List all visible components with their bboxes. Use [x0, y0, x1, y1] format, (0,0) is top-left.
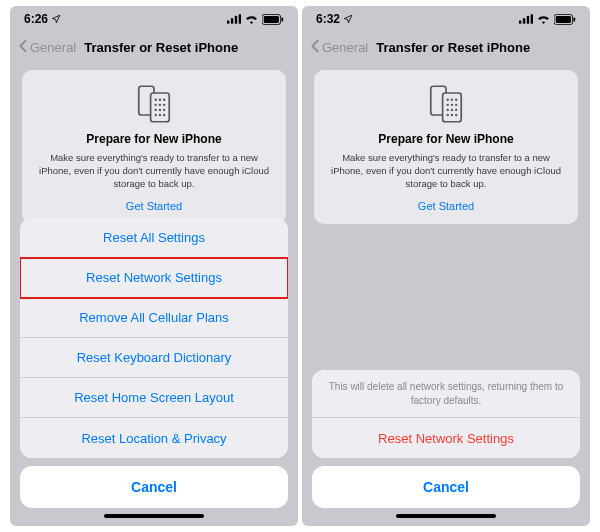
action-sheet: Reset All Settings Reset Network Setting…	[10, 218, 298, 526]
prepare-card: Prepare for New iPhone Make sure everyth…	[22, 70, 286, 224]
card-description: Make sure everything's ready to transfer…	[328, 152, 564, 190]
svg-point-30	[447, 99, 449, 101]
svg-rect-1	[231, 18, 233, 23]
card-description: Make sure everything's ready to transfer…	[36, 152, 272, 190]
svg-point-10	[159, 99, 161, 101]
svg-rect-3	[239, 14, 241, 23]
svg-point-38	[455, 109, 457, 111]
location-arrow-icon	[51, 14, 61, 24]
phone-left: 6:26 Gen	[10, 6, 298, 526]
svg-point-35	[455, 104, 457, 106]
svg-rect-27	[573, 17, 575, 21]
svg-point-16	[159, 109, 161, 111]
nav-back-label: General	[322, 40, 368, 55]
svg-rect-26	[556, 16, 571, 23]
svg-point-9	[155, 99, 157, 101]
confirm-sheet: This will delete all network settings, r…	[302, 370, 590, 526]
svg-point-19	[159, 114, 161, 116]
svg-point-11	[163, 99, 165, 101]
battery-icon	[554, 14, 576, 25]
iphone-pair-icon	[36, 84, 272, 124]
status-bar: 6:32	[302, 6, 590, 32]
nav-back-label: General	[30, 40, 76, 55]
svg-rect-8	[151, 93, 170, 122]
nav-bar: General Transfer or Reset iPhone	[302, 32, 590, 62]
svg-point-32	[455, 99, 457, 101]
card-title: Prepare for New iPhone	[328, 132, 564, 146]
svg-point-15	[155, 109, 157, 111]
nav-bar: General Transfer or Reset iPhone	[10, 32, 298, 62]
svg-rect-23	[527, 16, 529, 24]
svg-point-31	[451, 99, 453, 101]
nav-title: Transfer or Reset iPhone	[376, 40, 530, 55]
confirm-reset-network-button[interactable]: Reset Network Settings	[312, 418, 580, 458]
svg-point-34	[451, 104, 453, 106]
status-time: 6:32	[316, 12, 340, 26]
battery-icon	[262, 14, 284, 25]
svg-rect-24	[531, 14, 533, 23]
reset-location-privacy-button[interactable]: Reset Location & Privacy	[20, 418, 288, 458]
remove-all-cellular-plans-button[interactable]: Remove All Cellular Plans	[20, 298, 288, 338]
svg-point-39	[447, 114, 449, 116]
svg-rect-22	[523, 18, 525, 23]
card-title: Prepare for New iPhone	[36, 132, 272, 146]
chevron-left-icon	[18, 39, 28, 56]
svg-point-20	[163, 114, 165, 116]
phone-right: 6:32 Gen	[302, 6, 590, 526]
svg-point-14	[163, 104, 165, 106]
svg-rect-21	[519, 21, 521, 24]
cancel-button[interactable]: Cancel	[20, 466, 288, 508]
reset-home-screen-layout-button[interactable]: Reset Home Screen Layout	[20, 378, 288, 418]
iphone-pair-icon	[328, 84, 564, 124]
chevron-left-icon	[310, 39, 320, 56]
wifi-icon	[537, 14, 550, 24]
cellular-signal-icon	[227, 14, 241, 24]
home-indicator[interactable]	[104, 514, 204, 518]
confirm-group: This will delete all network settings, r…	[312, 370, 580, 458]
confirm-message: This will delete all network settings, r…	[312, 370, 580, 418]
status-bar: 6:26	[10, 6, 298, 32]
status-time: 6:26	[24, 12, 48, 26]
nav-title: Transfer or Reset iPhone	[84, 40, 238, 55]
svg-point-18	[155, 114, 157, 116]
svg-point-37	[451, 109, 453, 111]
svg-point-17	[163, 109, 165, 111]
svg-rect-0	[227, 21, 229, 24]
svg-point-13	[159, 104, 161, 106]
get-started-button[interactable]: Get Started	[36, 200, 272, 212]
reset-network-settings-button[interactable]: Reset Network Settings	[20, 258, 288, 298]
wifi-icon	[245, 14, 258, 24]
reset-options-group: Reset All Settings Reset Network Setting…	[20, 218, 288, 458]
svg-point-33	[447, 104, 449, 106]
prepare-card: Prepare for New iPhone Make sure everyth…	[314, 70, 578, 224]
svg-rect-29	[443, 93, 462, 122]
reset-all-settings-button[interactable]: Reset All Settings	[20, 218, 288, 258]
svg-rect-2	[235, 16, 237, 24]
location-arrow-icon	[343, 14, 353, 24]
cancel-button[interactable]: Cancel	[312, 466, 580, 508]
svg-point-36	[447, 109, 449, 111]
home-indicator[interactable]	[396, 514, 496, 518]
nav-back-button[interactable]: General	[310, 39, 368, 56]
svg-point-41	[455, 114, 457, 116]
reset-keyboard-dictionary-button[interactable]: Reset Keyboard Dictionary	[20, 338, 288, 378]
svg-point-12	[155, 104, 157, 106]
svg-point-40	[451, 114, 453, 116]
svg-rect-6	[281, 17, 283, 21]
nav-back-button[interactable]: General	[18, 39, 76, 56]
svg-rect-5	[264, 16, 279, 23]
cellular-signal-icon	[519, 14, 533, 24]
get-started-button[interactable]: Get Started	[328, 200, 564, 212]
